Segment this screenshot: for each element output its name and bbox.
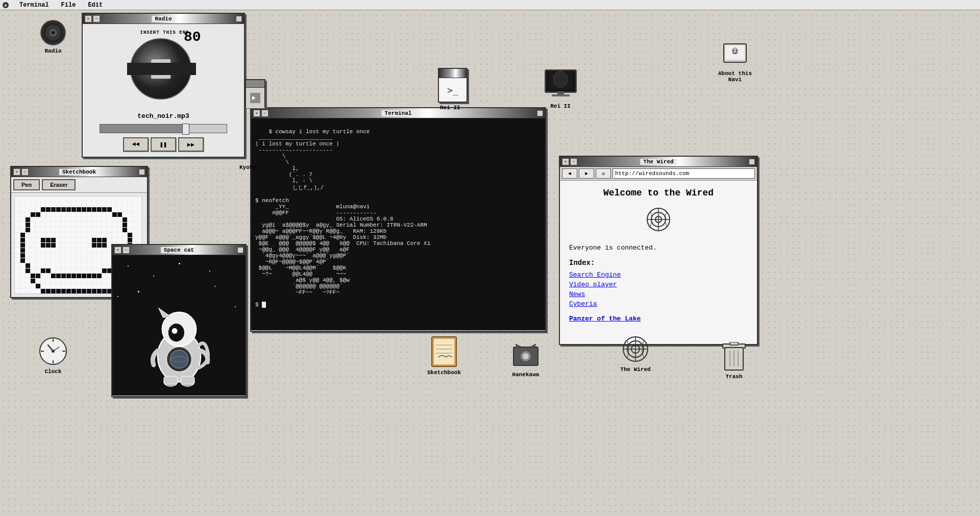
radio-titlebar[interactable]: × − Radio xyxy=(83,14,244,24)
wired-titlebar[interactable]: × − The Wired xyxy=(560,157,757,167)
forward-btn[interactable]: ▶▶ xyxy=(178,137,204,152)
radio-min-btn[interactable]: − xyxy=(93,15,100,22)
rei-desktop-icon[interactable]: Rei II xyxy=(540,69,581,109)
small-terminal-content xyxy=(246,88,264,108)
hanekawa-desktop-icon[interactable]: Hanekawa xyxy=(505,343,546,378)
sketchbook-controls[interactable]: × − xyxy=(13,168,29,176)
radio-controls[interactable]: × − xyxy=(85,15,100,22)
menu-file[interactable]: File xyxy=(59,2,78,9)
spacecat-title: Space cat xyxy=(161,247,197,253)
menu-terminal[interactable]: Terminal xyxy=(17,2,51,9)
radio-content: INSERT THIS END 80 MINI DISK tech_noir.m… xyxy=(83,24,244,157)
rei-desktop-label: Rei II xyxy=(550,103,571,109)
progress-thumb[interactable] xyxy=(182,124,189,135)
svg-point-44 xyxy=(736,50,738,52)
browser-toolbar: ◄ ► ↺ xyxy=(560,167,757,181)
browser-url-input[interactable] xyxy=(612,168,755,179)
trash-desktop-icon[interactable]: Trash xyxy=(714,342,754,380)
clock-desktop-label: Clock xyxy=(44,368,61,375)
rei-titlebar[interactable] xyxy=(439,69,467,78)
hanekawa-desktop-label: Hanekawa xyxy=(512,372,540,378)
menu-edit[interactable]: Edit xyxy=(86,2,105,9)
terminal-content[interactable]: $ cowsay i lost my turtle once _________… xyxy=(251,118,545,330)
svg-rect-10 xyxy=(164,376,178,384)
pen-btn[interactable]: Pen xyxy=(13,179,40,190)
eraser-btn[interactable]: Eraser xyxy=(42,179,76,190)
link-panzer[interactable]: Panzer of the Lake xyxy=(569,315,748,323)
link-news[interactable]: News xyxy=(569,290,748,298)
clock-icon-svg xyxy=(38,336,68,366)
radio-desktop-icon[interactable]: Radio xyxy=(33,19,74,54)
transport-controls: ◄◄ ❚❚ ▶▶ xyxy=(123,137,204,152)
terminal-resize[interactable] xyxy=(537,110,543,116)
sketchbook-titlebar[interactable]: × − Sketchbook xyxy=(11,167,147,177)
sketchbook-close-btn[interactable]: × xyxy=(13,168,20,176)
link-video-player[interactable]: Video player xyxy=(569,281,748,288)
svg-rect-61 xyxy=(730,342,738,345)
wired-min-btn[interactable]: − xyxy=(570,158,577,165)
disk-strip xyxy=(127,63,196,75)
spacecat-content xyxy=(112,255,246,396)
link-search-engine[interactable]: Search Engine xyxy=(569,271,748,279)
link-cyberia[interactable]: Cyberia xyxy=(569,300,748,308)
disk-circle: MINI DISK xyxy=(130,38,191,100)
progress-fill xyxy=(100,125,189,133)
spacecat-controls[interactable]: × − xyxy=(114,247,130,254)
spacecat-close-btn[interactable]: × xyxy=(114,247,121,254)
wired-close-btn[interactable]: × xyxy=(562,158,569,165)
rei-label: Rei II xyxy=(440,105,460,111)
radio-close-btn[interactable]: × xyxy=(85,15,92,22)
terminal-min-btn[interactable]: − xyxy=(261,110,268,117)
disk-area: INSERT THIS END 80 MINI DISK xyxy=(124,29,203,108)
browser-forward-btn[interactable]: ► xyxy=(579,168,594,179)
svg-rect-23 xyxy=(557,91,564,94)
sketchbook-min-btn[interactable]: − xyxy=(21,168,29,176)
svg-rect-24 xyxy=(552,94,570,96)
terminal-window: × − Terminal $ cowsay i lost my turtle o… xyxy=(250,107,546,332)
star xyxy=(117,296,118,297)
hanekawa-icon-svg xyxy=(512,343,539,370)
browser-back-btn[interactable]: ◄ xyxy=(562,168,577,179)
svg-point-38 xyxy=(52,350,55,353)
wired-logo xyxy=(569,204,748,239)
terminal-titlebar[interactable]: × − Terminal xyxy=(251,108,545,118)
sketchbook-resize[interactable] xyxy=(139,169,145,175)
space-cat-svg xyxy=(143,288,215,390)
wired-desktop-label: The Wired xyxy=(620,366,650,373)
browser-tagline: Everyone is connected. xyxy=(569,244,748,252)
pause-btn[interactable]: ❚❚ xyxy=(151,137,176,152)
rei-prompt: >_ xyxy=(439,78,467,102)
small-terminal-titlebar xyxy=(246,80,264,88)
progress-bar[interactable] xyxy=(100,124,227,133)
spacecat-resize[interactable] xyxy=(237,247,243,253)
clock-desktop-icon[interactable]: Clock xyxy=(33,336,74,375)
star xyxy=(179,263,180,264)
radio-window: × − Radio INSERT THIS END 80 MINI DISK t… xyxy=(82,13,245,158)
rei-screen-icon xyxy=(544,69,577,101)
trash-desktop-label: Trash xyxy=(725,374,742,380)
rei-window: >_ xyxy=(438,68,468,103)
wired-desktop-icon[interactable]: The Wired xyxy=(615,334,656,373)
radio-resize[interactable] xyxy=(236,16,242,22)
about-navi-label: About this Navi xyxy=(715,70,755,83)
apple-logo[interactable]: ⌘ xyxy=(2,2,9,9)
svg-rect-11 xyxy=(181,376,194,384)
svg-text:⌘: ⌘ xyxy=(4,4,7,9)
spacecat-titlebar[interactable]: × − Space cat xyxy=(112,245,246,255)
terminal-controls[interactable]: × − xyxy=(253,110,268,117)
rewind-btn[interactable]: ◄◄ xyxy=(123,137,149,152)
terminal-close-btn[interactable]: × xyxy=(253,110,260,117)
wired-browser-window: × − The Wired ◄ ► ↺ Welcome to the Wired… xyxy=(559,156,758,345)
about-navi-svg xyxy=(722,42,748,68)
menubar: ⌘ Terminal File Edit xyxy=(0,0,980,10)
browser-refresh-btn[interactable]: ↺ xyxy=(596,168,611,179)
browser-content: Welcome to the Wired Everyone is connect… xyxy=(560,181,757,344)
sketchbook-desktop-icon[interactable]: Sketchbook xyxy=(424,336,464,376)
star xyxy=(209,271,210,272)
rei-screen-svg xyxy=(544,69,577,99)
wired-icon-svg xyxy=(620,334,651,364)
about-navi-icon[interactable]: About this Navi xyxy=(715,42,755,83)
spacecat-min-btn[interactable]: − xyxy=(122,247,130,254)
wired-controls[interactable]: × − xyxy=(562,158,577,165)
wired-resize[interactable] xyxy=(749,159,755,165)
